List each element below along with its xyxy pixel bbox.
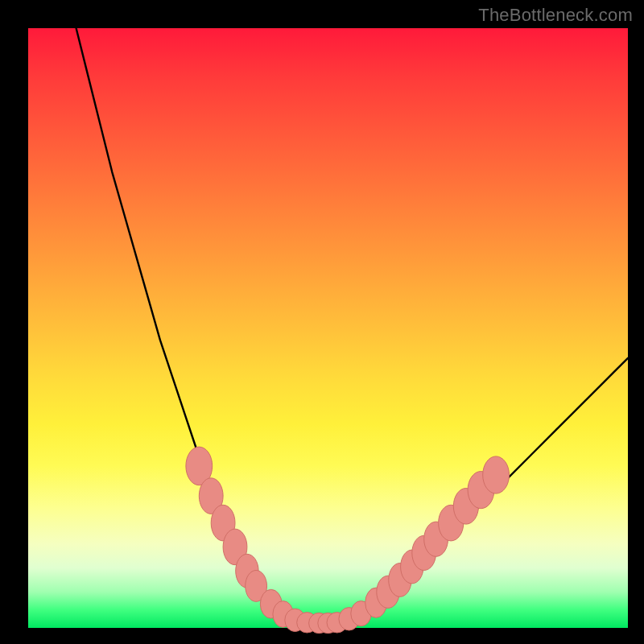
watermark-text: TheBottleneck.com [478, 5, 633, 26]
curve-markers [186, 447, 510, 634]
chart-frame: TheBottleneck.com [0, 0, 644, 644]
curve-marker [483, 456, 510, 493]
chart-svg [28, 28, 628, 628]
plot-area [28, 28, 628, 628]
bottleneck-curve [76, 28, 628, 625]
